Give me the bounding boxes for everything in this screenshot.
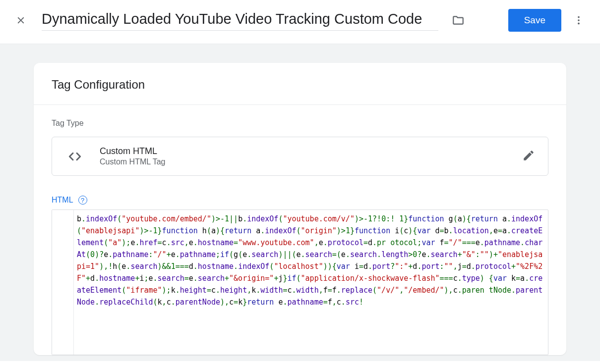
edit-tag-type-button[interactable] bbox=[522, 149, 535, 164]
pencil-icon bbox=[522, 149, 535, 162]
tag-type-label: Tag Type bbox=[52, 119, 548, 128]
editor-header: Save bbox=[0, 0, 600, 44]
more-menu-button[interactable] bbox=[571, 13, 586, 28]
tag-config-card: Tag Configuration Tag Type Custom HTML C… bbox=[34, 63, 566, 355]
save-button[interactable]: Save bbox=[508, 9, 561, 32]
html-field-label: HTML bbox=[52, 196, 73, 205]
code-icon bbox=[65, 149, 85, 164]
content-area: Tag Configuration Tag Type Custom HTML C… bbox=[0, 44, 600, 361]
tag-name-input[interactable] bbox=[42, 10, 438, 31]
help-icon: ? bbox=[81, 197, 84, 204]
more-vert-icon bbox=[573, 15, 584, 26]
help-button[interactable]: ? bbox=[78, 196, 87, 205]
editor-gutter bbox=[52, 210, 74, 355]
svg-point-1 bbox=[578, 19, 580, 21]
close-button[interactable] bbox=[14, 13, 28, 27]
close-icon bbox=[15, 15, 26, 26]
folder-button[interactable] bbox=[450, 12, 466, 28]
svg-point-0 bbox=[578, 16, 580, 18]
folder-icon bbox=[452, 14, 465, 27]
svg-point-2 bbox=[578, 23, 580, 25]
tag-type-name: Custom HTML bbox=[100, 146, 522, 156]
html-code-editor[interactable]: b.indexOf("youtube.com/embed/")>-1||b.in… bbox=[52, 209, 548, 355]
tag-type-desc: Custom HTML Tag bbox=[100, 157, 522, 166]
tag-type-selector[interactable]: Custom HTML Custom HTML Tag bbox=[52, 137, 548, 176]
card-title: Tag Configuration bbox=[34, 63, 566, 105]
code-content[interactable]: b.indexOf("youtube.com/embed/")>-1||b.in… bbox=[74, 210, 548, 355]
